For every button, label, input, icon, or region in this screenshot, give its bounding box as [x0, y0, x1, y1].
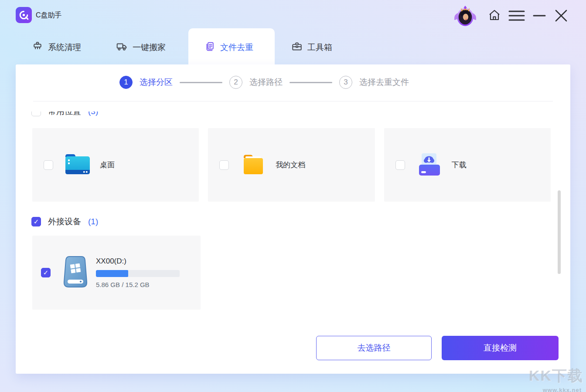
truck-icon: [116, 41, 128, 54]
app-title: C盘助手: [36, 11, 62, 20]
card-downloads[interactable]: 下载: [384, 128, 551, 202]
section-count: (3): [88, 112, 98, 116]
step-3-label: 选择去重文件: [359, 77, 409, 88]
section-common-locations: 常用位置(3): [31, 112, 553, 117]
external-devices-checkbox[interactable]: [31, 217, 41, 226]
avatar[interactable]: [453, 3, 478, 28]
tab-label: 一键搬家: [133, 42, 166, 53]
step-2-label: 选择路径: [249, 77, 283, 88]
card-label: 我的文档: [276, 160, 305, 170]
download-tray-icon: [416, 152, 443, 178]
detect-button[interactable]: 直接检测: [442, 336, 559, 360]
common-locations-grid: 桌面 我的文档: [32, 128, 551, 202]
section-label: 外接设备: [48, 216, 81, 227]
app-window: C盘助手: [0, 0, 586, 392]
scrollbar-thumb[interactable]: [558, 190, 561, 274]
common-locations-checkbox[interactable]: [31, 112, 41, 116]
partition-scroll-area: 常用位置(3): [31, 112, 553, 315]
divider: [33, 101, 553, 101]
drive-usage-text: 5.86 GB / 15.2 GB: [96, 281, 180, 288]
drive-usage-fill: [96, 270, 128, 277]
main-panel: 1 选择分区 2 选择路径 3 选择去重文件 常用位置(3): [16, 64, 570, 374]
tab-label: 文件去重: [220, 42, 253, 53]
titlebar: C盘助手: [0, 0, 586, 29]
my-documents-checkbox[interactable]: [219, 160, 229, 170]
tab-file-dedup[interactable]: 文件去重: [204, 38, 253, 57]
app-logo-icon: [16, 7, 32, 23]
drive-usage-bar: [96, 270, 180, 277]
tab-one-key-move[interactable]: 一键搬家: [116, 38, 166, 57]
documents-folder-icon: [239, 152, 267, 178]
drive-info: XX00(D:) 5.86 GB / 15.2 GB: [96, 257, 180, 288]
toolbox-icon: [291, 41, 303, 54]
drive-d-checkbox[interactable]: [41, 268, 51, 277]
section-external-devices: 外接设备(1): [31, 216, 553, 227]
card-drive-d[interactable]: XX00(D:) 5.86 GB / 15.2 GB: [32, 236, 201, 310]
step-1-label: 选择分区: [140, 77, 173, 88]
step-1: 1 选择分区: [119, 76, 173, 89]
broom-icon: [32, 41, 43, 54]
card-desktop[interactable]: 桌面: [32, 128, 199, 202]
section-count: (1): [88, 217, 98, 226]
step-1-circle: 1: [119, 76, 133, 89]
downloads-checkbox[interactable]: [395, 160, 405, 170]
step-connector: [180, 82, 222, 83]
close-icon[interactable]: [554, 9, 568, 24]
desktop-checkbox[interactable]: [44, 160, 53, 170]
step-3-circle: 3: [339, 76, 352, 89]
choose-path-button[interactable]: 去选路径: [316, 336, 432, 360]
tab-toolbox[interactable]: 工具箱: [291, 38, 332, 57]
menu-icon[interactable]: [508, 10, 525, 23]
step-indicator: 1 选择分区 2 选择路径 3 选择去重文件: [119, 73, 409, 91]
section-label: 常用位置: [48, 112, 81, 117]
step-connector: [290, 82, 332, 83]
step-2: 2 选择路径: [229, 76, 283, 89]
home-icon[interactable]: [487, 9, 501, 24]
tab-label: 工具箱: [307, 42, 332, 53]
drive-name: XX00(D:): [96, 257, 180, 266]
documents-icon: [204, 41, 215, 54]
minimize-icon[interactable]: [533, 9, 546, 24]
card-label: 桌面: [100, 160, 115, 170]
tab-label: 系统清理: [48, 42, 81, 53]
desktop-folder-icon: [64, 152, 92, 178]
card-label: 下载: [452, 160, 467, 170]
tab-system-clean[interactable]: 系统清理: [32, 38, 81, 57]
step-2-circle: 2: [229, 76, 242, 89]
hard-drive-icon: [62, 255, 89, 291]
step-3: 3 选择去重文件: [339, 76, 409, 89]
card-my-documents[interactable]: 我的文档: [208, 128, 375, 202]
watermark-url: www.kkx.net: [529, 387, 582, 392]
